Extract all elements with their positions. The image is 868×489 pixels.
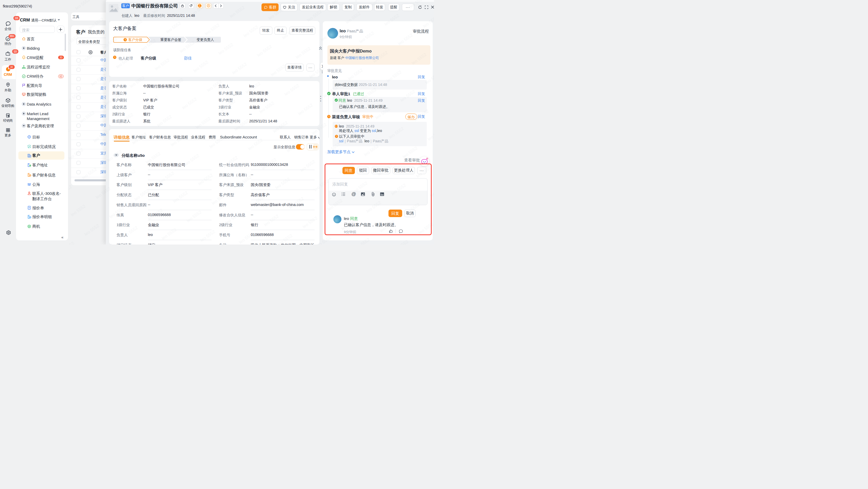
svg-text:A: A: [208, 5, 209, 6]
svg-text:客户分级: 客户分级: [128, 38, 143, 42]
svg-text:重要客户会签: 重要客户会签: [160, 38, 181, 42]
svg-text:变更负责人: 变更负责人: [196, 38, 214, 42]
